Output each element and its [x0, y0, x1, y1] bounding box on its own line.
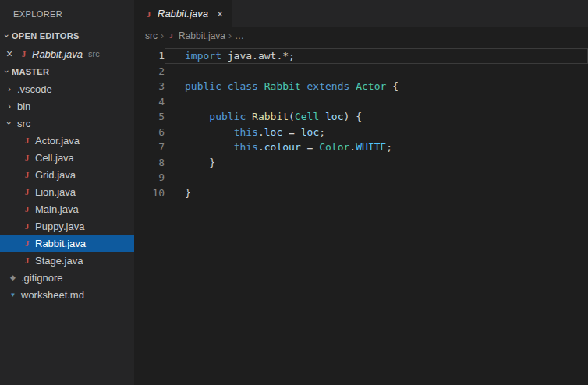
java-icon: J — [22, 221, 32, 231]
tree-folder-vscode[interactable]: › .vscode — [0, 80, 134, 97]
file-tree: › .vscode › bin › src J Actor.java J Cel… — [0, 80, 134, 303]
code-token: public class — [185, 80, 264, 92]
code-token: loc — [301, 126, 319, 138]
java-icon: J — [22, 238, 32, 248]
code-line-text: public class Rabbit extends Actor { — [165, 79, 588, 94]
file-label: Actor.java — [35, 135, 80, 147]
markdown-icon: ▼ — [8, 291, 18, 298]
code-token: import — [185, 50, 221, 62]
chevron-down-icon: › — [2, 67, 12, 76]
code-token: this — [234, 126, 258, 138]
code-line-text: } — [165, 185, 588, 201]
chevron-down-icon: › — [5, 118, 14, 128]
code-line: 5 public Rabbit(Cell loc) { — [134, 109, 588, 125]
editor-group: J Rabbit.java × src › J Rabbit.java › … … — [134, 0, 588, 385]
code-token: = — [282, 126, 300, 138]
tree-file-lion-java[interactable]: J Lion.java — [0, 183, 134, 200]
folder-label: bin — [17, 101, 30, 112]
explorer-sidebar: EXPLORER › OPEN EDITORS × J Rabbit.java … — [0, 0, 134, 385]
code-token: ; — [386, 141, 392, 153]
code-token: Rabbit — [264, 80, 301, 92]
code-token: Color — [319, 141, 349, 153]
workspace-header-master[interactable]: › MASTER — [0, 63, 134, 80]
tree-folder-src[interactable]: › src — [0, 115, 134, 132]
file-label: Stage.java — [35, 255, 83, 267]
code-token: { — [386, 80, 398, 92]
line-number: 6 — [134, 125, 165, 140]
code-token: . — [258, 141, 264, 153]
tree-file-grid-java[interactable]: J Grid.java — [0, 166, 134, 183]
line-number: 9 — [134, 170, 165, 185]
code-token — [349, 80, 356, 92]
tree-file-rabbit-java[interactable]: J Rabbit.java — [0, 235, 134, 252]
code-line: 9 — [134, 170, 588, 185]
tab-bar: J Rabbit.java × — [134, 0, 588, 27]
code-line: 2 — [134, 64, 588, 79]
chevron-right-icon: › — [161, 30, 164, 41]
open-editor-file-label: Rabbit.java — [32, 48, 83, 60]
code-line: 10 } — [134, 185, 588, 201]
tree-folder-bin[interactable]: › bin — [0, 97, 134, 115]
code-token — [185, 111, 209, 122]
tree-file-main-java[interactable]: J Main.java — [0, 200, 134, 217]
code-token — [319, 111, 325, 122]
file-label: .gitignore — [21, 272, 62, 284]
explorer-title: EXPLORER — [0, 0, 134, 27]
code-token: Rabbit — [252, 111, 289, 122]
tree-file-stage-java[interactable]: J Stage.java — [0, 252, 134, 269]
code-line: 8 } — [134, 155, 588, 171]
code-token: loc — [325, 111, 343, 122]
code-token: ) { — [344, 111, 362, 122]
line-number: 3 — [134, 79, 165, 94]
tree-file-worksheet-md[interactable]: ▼ worksheet.md — [0, 286, 134, 303]
code-line-text — [165, 94, 588, 110]
java-icon: J — [22, 256, 32, 265]
line-number: 7 — [134, 140, 165, 155]
code-token: . — [349, 141, 356, 153]
chevron-right-icon: › — [5, 101, 14, 111]
code-line-text: this.colour = Color.WHITE; — [165, 140, 588, 155]
code-line-text: } — [165, 155, 588, 171]
code-line: 6 this.loc = loc; — [134, 125, 588, 140]
code-line-text — [165, 170, 588, 185]
code-token — [301, 80, 307, 92]
code-line: 1 import java.awt.*; — [134, 48, 588, 64]
open-editor-item-rabbit[interactable]: × J Rabbit.java src — [0, 44, 134, 63]
code-token: } — [185, 157, 215, 168]
tab-label: Rabbit.java — [158, 8, 208, 19]
chevron-down-icon: › — [2, 31, 12, 41]
code-line-text: import java.awt.*; — [165, 48, 588, 64]
code-token: extends — [307, 80, 350, 92]
java-icon: J — [22, 136, 32, 145]
breadcrumb-ellipsis[interactable]: … — [235, 30, 244, 41]
tree-file-gitignore[interactable]: ◆ .gitignore — [0, 269, 134, 286]
code-token: public — [209, 111, 252, 122]
close-icon[interactable]: × — [217, 8, 223, 20]
file-label: Puppy.java — [35, 221, 84, 232]
code-token: Cell — [295, 111, 319, 122]
tree-file-actor-java[interactable]: J Actor.java — [0, 132, 134, 149]
code-token: ( — [289, 111, 295, 122]
line-number: 2 — [134, 64, 165, 79]
file-label: Rabbit.java — [35, 238, 86, 249]
code-editor[interactable]: 1 import java.awt.*; 2 3 public class Ra… — [134, 44, 588, 385]
java-icon: J — [19, 49, 29, 58]
code-token: java.awt.*; — [221, 50, 295, 62]
chevron-right-icon: › — [5, 84, 14, 94]
git-icon: ◆ — [8, 274, 18, 281]
code-token: loc — [264, 126, 282, 138]
code-token: colour — [264, 141, 301, 153]
folder-label: .vscode — [17, 83, 52, 95]
tree-file-puppy-java[interactable]: J Puppy.java — [0, 217, 134, 235]
line-number: 8 — [134, 155, 165, 171]
breadcrumb-file[interactable]: Rabbit.java — [179, 30, 225, 41]
close-icon[interactable]: × — [6, 48, 19, 60]
folder-label: src — [17, 118, 30, 129]
tree-file-cell-java[interactable]: J Cell.java — [0, 149, 134, 166]
line-number: 1 — [134, 48, 165, 64]
breadcrumb-src[interactable]: src — [145, 30, 158, 41]
tab-rabbit-java[interactable]: J Rabbit.java × — [134, 0, 232, 27]
java-icon: J — [22, 204, 32, 214]
open-editors-header[interactable]: › OPEN EDITORS — [0, 27, 134, 44]
open-editor-file-path: src — [88, 49, 100, 58]
